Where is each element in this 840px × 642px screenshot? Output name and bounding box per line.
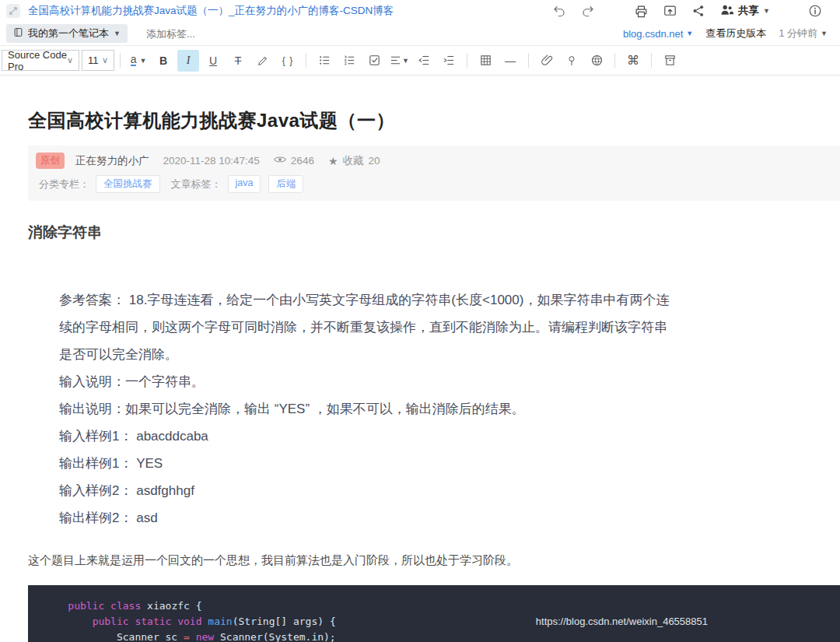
problem-line: 输入样例2： asdfghhgf <box>59 477 693 504</box>
chevron-down-icon: ▼ <box>821 30 828 37</box>
chevron-down-icon: ▼ <box>114 30 121 37</box>
people-icon <box>719 3 734 19</box>
view-count-value: 2646 <box>291 155 314 167</box>
code-block: public class xiaozfc { public static voi… <box>28 585 840 642</box>
view-count: 2646 <box>274 155 314 167</box>
note-title-bar: 全国高校计算机能力挑战赛Java试题（一）_正在努力的小广的博客-CSDN博客 <box>0 0 840 22</box>
tag-chip: 后端 <box>268 175 303 193</box>
font-family-select[interactable]: Source Code Pro ∨ <box>2 50 79 71</box>
view-history-link[interactable]: 查看历史版本 <box>705 26 766 40</box>
highlight-button[interactable] <box>252 50 274 72</box>
underline-button[interactable]: U <box>202 50 224 72</box>
toolbar-divider <box>614 53 615 68</box>
align-button[interactable]: ▼ <box>388 50 410 72</box>
format-toolbar: Source Code Pro ∨ 11 ∨ a ▼ B I U T { } ▼ <box>0 46 840 75</box>
problem-line: 输出样例2： asd <box>59 504 693 531</box>
star-icon: ★ <box>328 155 338 167</box>
category-label: 分类专栏： <box>39 177 89 191</box>
problem-line: 输入样例1： abacddcaba <box>59 423 693 450</box>
notebook-selector[interactable]: 我的第一个笔记本 ▼ <box>6 24 128 43</box>
font-size-value: 11 <box>88 54 99 66</box>
info-button[interactable] <box>807 3 823 19</box>
article-meta-box: 原创 正在努力的小广 2020-11-28 10:47:45 2646 ★ 收藏… <box>28 146 840 201</box>
problem-line: 是否可以完全消除。 <box>59 341 693 368</box>
numbered-list-button[interactable] <box>338 50 360 72</box>
notebook-name: 我的第一个笔记本 <box>28 26 109 40</box>
note-meta-bar: 我的第一个笔记本 ▼ blog.csdn.net ▼ 查看历史版本 1 分钟前 … <box>0 22 840 46</box>
present-icon[interactable] <box>662 3 677 19</box>
toolbar-divider <box>120 53 121 68</box>
chevron-down-icon: ∨ <box>102 55 108 65</box>
tag-chip-list: java后端 <box>228 175 304 193</box>
watermark-url: https://blog.csdn.net/weixin_46558851 <box>536 616 708 627</box>
toolbar-divider <box>306 53 306 68</box>
outdent-button[interactable] <box>413 50 435 72</box>
redo-button[interactable] <box>580 3 596 19</box>
category-chip: 全国挑战赛 <box>96 175 160 193</box>
attachment-button[interactable] <box>536 50 558 72</box>
problem-line: 输出样例1： YES <box>59 450 693 477</box>
toolbar-divider <box>651 53 652 68</box>
tag-chip: java <box>228 175 261 193</box>
share-button[interactable]: 共享 ▼ <box>719 3 770 19</box>
strikethrough-button[interactable]: T <box>227 50 249 72</box>
toolbar-divider <box>528 53 529 68</box>
share-nodes-icon[interactable] <box>691 3 706 19</box>
notebook-icon <box>13 27 23 40</box>
toolbar-divider <box>467 53 467 68</box>
shortcut-button[interactable]: ⌘ <box>622 50 644 72</box>
pin-button[interactable] <box>561 50 583 72</box>
problem-statement: 参考答案： 18.字母连连看，给定一个由小写英文字母组成的字符串(长度<1000… <box>28 286 693 531</box>
author-name: 正在努力的小广 <box>75 154 149 168</box>
add-tag-input[interactable] <box>146 28 286 40</box>
globe-button[interactable] <box>586 50 607 72</box>
problem-line: 参考答案： 18.字母连连看，给定一个由小写英文字母组成的字符串(长度<1000… <box>59 286 693 314</box>
eye-icon <box>274 155 286 167</box>
expand-note-button[interactable] <box>6 4 20 18</box>
indent-button[interactable] <box>438 50 460 72</box>
chevron-down-icon: ∨ <box>67 55 73 65</box>
code-line: Scanner sc = new Scanner(System.in); <box>44 630 824 642</box>
app-window: 全国高校计算机能力挑战赛Java试题（一）_正在努力的小广的博客-CSDN博客 <box>0 0 840 642</box>
bold-button[interactable]: B <box>152 50 174 72</box>
undo-button[interactable] <box>551 3 567 19</box>
chevron-down-icon: ▼ <box>686 30 693 37</box>
chevron-down-icon: ▼ <box>763 7 770 15</box>
chevron-down-icon: ▼ <box>139 57 146 65</box>
font-color-button[interactable]: a ▼ <box>128 50 149 72</box>
note-title-link[interactable]: 全国高校计算机能力挑战赛Java试题（一）_正在努力的小广的博客-CSDN博客 <box>28 4 394 18</box>
source-url-label: blog.csdn.net <box>623 28 683 40</box>
problem-line: 续的字母相同，则这两个字母可同时消除，并不断重复该操作，直到不能消除为止。请编程… <box>59 314 693 341</box>
saved-time-dropdown[interactable]: 1 分钟前 ▼ <box>779 26 828 40</box>
archive-button[interactable] <box>659 50 681 72</box>
font-size-select[interactable]: 11 ∨ <box>82 50 114 71</box>
font-family-value: Source Code Pro <box>8 49 67 72</box>
checkbox-button[interactable] <box>363 50 385 72</box>
original-badge: 原创 <box>36 153 65 169</box>
share-label: 共享 <box>738 4 759 18</box>
article-title: 全国高校计算机能力挑战赛Java试题（一） <box>28 108 840 133</box>
print-button[interactable] <box>633 3 649 19</box>
font-color-icon: a <box>131 54 137 66</box>
problem-line: 输出说明：如果可以完全消除，输出 “YES” ，如果不可以，输出消除后的结果。 <box>59 395 693 423</box>
tags-label: 文章标签： <box>171 177 222 191</box>
saved-time-label: 1 分钟前 <box>779 26 817 40</box>
favorite-count: ★ 收藏 20 <box>328 154 380 168</box>
bullet-list-button[interactable] <box>313 50 335 72</box>
problem-line: 输入说明：一个字符串。 <box>59 368 693 395</box>
source-url-dropdown[interactable]: blog.csdn.net ▼ <box>623 28 693 40</box>
note-editor[interactable]: 全国高校计算机能力挑战赛Java试题（一） 原创 正在努力的小广 2020-11… <box>0 108 840 642</box>
insert-table-button[interactable] <box>474 50 496 72</box>
expand-icon <box>9 4 17 18</box>
commentary-text: 这个题目上来就是运用一个回文的一个思想，我目前算法也是入门阶段，所以也处于学习阶… <box>28 553 840 568</box>
section-heading: 消除字符串 <box>28 223 840 243</box>
chevron-down-icon: ▼ <box>402 57 409 65</box>
code-line: public class xiaozfc { <box>44 598 824 614</box>
favorite-label: 收藏 <box>342 154 363 168</box>
publish-date: 2020-11-28 10:47:45 <box>163 155 260 167</box>
italic-button[interactable]: I <box>177 50 199 72</box>
category-chip-list: 全国挑战赛 <box>96 175 160 193</box>
horizontal-rule-button[interactable]: — <box>499 50 521 72</box>
favorite-count-value: 20 <box>368 155 380 167</box>
code-format-button[interactable]: { } <box>277 50 299 72</box>
